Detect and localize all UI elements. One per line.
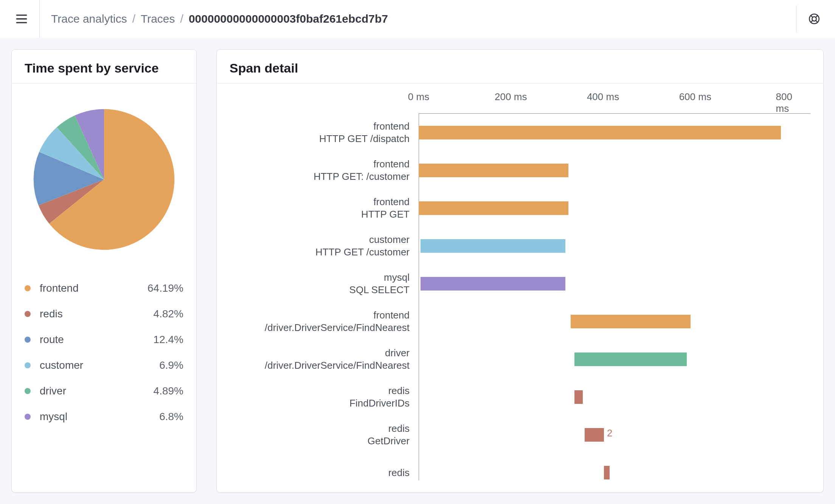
span-row — [419, 114, 810, 152]
legend-dot — [25, 311, 31, 317]
span-labels-col: frontendHTTP GET /dispatchfrontendHTTP G… — [230, 91, 419, 480]
span-bar-redis[interactable] — [574, 390, 583, 404]
axis-tick: 800 ms — [776, 91, 799, 114]
span-chart: 0 ms200 ms400 ms600 ms800 ms 2 — [419, 91, 810, 480]
panel-title: Time spent by service — [25, 61, 183, 76]
legend-pct: 12.4% — [154, 334, 183, 346]
breadcrumb-sep: / — [180, 12, 183, 25]
span-operation-name: SQL SELECT — [349, 284, 410, 296]
svg-point-1 — [812, 17, 816, 21]
span-row — [419, 189, 810, 227]
span-label: frontendHTTP GET /dispatch — [230, 114, 419, 152]
help-button[interactable] — [804, 9, 824, 29]
legend-name: route — [40, 334, 154, 346]
span-bar-mysql[interactable] — [421, 277, 565, 291]
legend-name: mysql — [40, 411, 159, 423]
legend-name: frontend — [40, 282, 147, 294]
span-bar-driver[interactable] — [574, 352, 687, 366]
span-operation-name: HTTP GET — [361, 208, 410, 221]
span-operation-name: GetDriver — [368, 435, 410, 447]
legend-item-redis[interactable]: redis4.82% — [25, 308, 183, 320]
breadcrumb-trace-analytics[interactable]: Trace analytics — [51, 12, 127, 25]
span-row — [419, 227, 810, 265]
span-service-name: redis — [388, 467, 410, 479]
span-row: 2 — [419, 416, 810, 454]
span-service-name: redis — [388, 385, 410, 397]
page-body: Time spent by service frontend64.19%redi… — [0, 38, 835, 504]
span-service-name: driver — [385, 347, 410, 359]
legend-pct: 4.89% — [154, 385, 183, 397]
span-bar-frontend[interactable] — [419, 201, 568, 215]
axis-tick: 0 ms — [408, 91, 429, 103]
panel-title: Span detail — [230, 61, 810, 76]
topbar: Trace analytics / Traces / 0000000000000… — [0, 0, 835, 38]
span-operation-name: HTTP GET /customer — [315, 246, 410, 258]
span-bar-customer[interactable] — [421, 239, 565, 253]
span-label: redis — [230, 454, 419, 480]
span-label: frontendHTTP GET — [230, 189, 419, 227]
span-row — [419, 378, 810, 416]
legend-pct: 64.19% — [147, 282, 183, 294]
legend-pct: 6.8% — [159, 411, 183, 423]
span-service-name: frontend — [374, 158, 410, 170]
breadcrumb: Trace analytics / Traces / 0000000000000… — [51, 12, 388, 25]
span-operation-name: HTTP GET: /customer — [314, 170, 410, 183]
legend-pct: 4.82% — [154, 308, 183, 320]
pie-chart — [25, 91, 183, 272]
span-row — [419, 303, 810, 340]
span-row — [419, 265, 810, 303]
breadcrumb-traces[interactable]: Traces — [141, 12, 175, 25]
span-label: frontend/driver.DriverService/FindNeares… — [230, 303, 419, 340]
span-service-name: redis — [388, 422, 410, 435]
span-row — [419, 152, 810, 189]
span-bar-frontend[interactable] — [419, 126, 781, 139]
breadcrumb-trace-id: 00000000000000003f0baf261ebcd7b7 — [189, 12, 388, 25]
span-row — [419, 454, 810, 480]
legend-name: driver — [40, 385, 154, 397]
legend-item-driver[interactable]: driver4.89% — [25, 385, 183, 397]
legend-item-mysql[interactable]: mysql6.8% — [25, 411, 183, 423]
legend-pct: 6.9% — [159, 359, 183, 371]
span-label: redisFindDriverIDs — [230, 378, 419, 416]
legend-item-route[interactable]: route12.4% — [25, 334, 183, 346]
hamburger-icon — [15, 12, 28, 25]
span-bar-redis[interactable] — [585, 428, 604, 442]
axis-tick: 600 ms — [679, 91, 711, 103]
legend-dot — [25, 414, 31, 420]
pie-legend: frontend64.19%redis4.82%route12.4%custom… — [25, 272, 183, 423]
span-service-name: customer — [369, 233, 410, 246]
legend-dot — [25, 337, 31, 343]
span-service-name: frontend — [374, 309, 410, 322]
legend-dot — [25, 362, 31, 368]
legend-dot — [25, 388, 31, 394]
legend-dot — [25, 285, 31, 291]
span-operation-name: /driver.DriverService/FindNearest — [265, 322, 410, 334]
time-axis: 0 ms200 ms400 ms600 ms800 ms — [419, 91, 810, 114]
span-bar-frontend[interactable] — [571, 315, 691, 328]
span-bar-redis[interactable] — [604, 466, 610, 479]
legend-item-customer[interactable]: customer6.9% — [25, 359, 183, 371]
breadcrumb-sep: / — [132, 12, 135, 25]
span-service-name: frontend — [374, 196, 410, 208]
panel-span-detail: Span detail frontendHTTP GET /dispatchfr… — [216, 49, 824, 493]
span-detail-body: frontendHTTP GET /dispatchfrontendHTTP G… — [230, 91, 810, 480]
panel-time-spent-by-service: Time spent by service frontend64.19%redi… — [11, 49, 197, 493]
lifebuoy-icon — [808, 12, 821, 25]
span-label: redisGetDriver — [230, 416, 419, 454]
span-bar-frontend[interactable] — [419, 164, 568, 177]
topbar-divider — [796, 6, 796, 32]
span-label: customerHTTP GET /customer — [230, 227, 419, 265]
span-operation-name: HTTP GET /dispatch — [319, 133, 410, 145]
menu-toggle-button[interactable] — [11, 8, 33, 30]
span-operation-name: FindDriverIDs — [349, 397, 410, 410]
span-service-name: frontend — [374, 120, 410, 133]
panel-divider — [217, 83, 823, 83]
span-label: mysqlSQL SELECT — [230, 265, 419, 303]
legend-name: redis — [40, 308, 154, 320]
pie-chart-svg — [31, 106, 177, 253]
legend-item-frontend[interactable]: frontend64.19% — [25, 282, 183, 294]
axis-tick: 400 ms — [587, 91, 619, 103]
span-label: driver/driver.DriverService/FindNearest — [230, 340, 419, 378]
legend-name: customer — [40, 359, 159, 371]
panel-divider — [12, 83, 196, 83]
